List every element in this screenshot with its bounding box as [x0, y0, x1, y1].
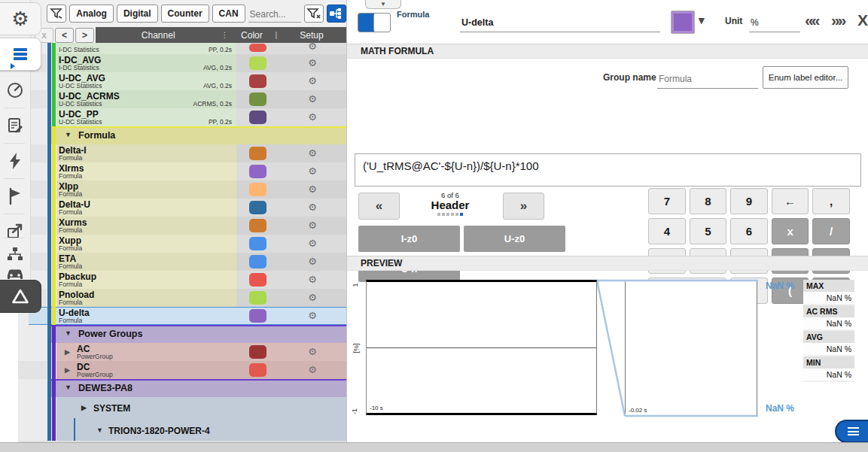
gear-icon[interactable]: ⚙	[279, 237, 346, 250]
channel-tree-toggle[interactable]	[327, 5, 346, 23]
key-9[interactable]: 9	[730, 188, 768, 214]
gear-icon[interactable]: ⚙	[279, 111, 346, 123]
table-row[interactable]: U-DC_AVGU-DC StatisticsAVG, 0.2s ⚙	[18, 72, 346, 90]
color-swatch[interactable]	[249, 363, 266, 377]
sidebar-item-measure[interactable]	[0, 75, 30, 105]
unit-input[interactable]	[749, 14, 800, 32]
table-row[interactable]: ETAFormula ⚙	[18, 253, 346, 271]
gear-icon[interactable]: ⚙	[279, 165, 346, 177]
color-swatch[interactable]	[249, 183, 266, 196]
key-multiply[interactable]: x	[772, 218, 809, 244]
gear-icon[interactable]: ⚙	[279, 219, 346, 232]
color-swatch[interactable]	[249, 345, 266, 359]
chevron-right-icon[interactable]: ▶	[81, 404, 87, 411]
tree-row-system[interactable]: ▶ SYSTEM	[18, 397, 346, 418]
tree-row-trion[interactable]: ▼ TRION3-1820-POWER-4	[18, 418, 346, 441]
table-row[interactable]: PbackupFormula ⚙	[18, 271, 346, 289]
table-row[interactable]: XIrmsFormula ⚙	[18, 162, 346, 180]
gear-icon[interactable]: ⚙	[279, 147, 346, 159]
chevron-down-icon[interactable]: ▼	[96, 426, 103, 434]
chevron-right-icon[interactable]: ▶	[65, 366, 70, 374]
color-swatch[interactable]	[249, 165, 266, 178]
channel-color-swatch[interactable]	[671, 11, 695, 34]
group-name-input[interactable]	[657, 70, 758, 89]
table-row[interactable]: Delta-IFormula ⚙	[18, 144, 346, 162]
color-swatch[interactable]	[249, 201, 266, 214]
tab-analog[interactable]: Analog	[69, 5, 114, 23]
table-row[interactable]: I-DC StatisticsPP, 0.2s ⚙	[18, 43, 346, 54]
color-swatch[interactable]	[249, 291, 266, 305]
pager-next-button[interactable]: »	[503, 193, 544, 220]
key-7[interactable]: 7	[648, 188, 686, 214]
close-panel-button[interactable]: X	[857, 9, 868, 32]
table-row[interactable]: I-DC_AVGI-DC StatisticsAVG, 0.2s ⚙	[18, 54, 346, 72]
color-swatch[interactable]	[249, 219, 266, 232]
color-swatch[interactable]	[249, 255, 266, 268]
gear-icon[interactable]: ⚙	[279, 273, 346, 286]
preview-plot-full[interactable]: -10 s	[366, 280, 597, 415]
key-comma[interactable]: ,	[812, 188, 850, 214]
gear-icon[interactable]: ⚙	[279, 183, 346, 196]
key-8[interactable]: 8	[690, 188, 727, 214]
color-swatch[interactable]	[249, 273, 266, 287]
tab-can[interactable]: CAN	[212, 5, 245, 23]
color-swatch[interactable]	[249, 111, 266, 124]
col-header-setup[interactable]: Setup	[277, 30, 346, 41]
group-header-formula[interactable]: ▼ Formula	[18, 126, 346, 144]
table-row[interactable]: Delta-UFormula ⚙	[18, 199, 346, 217]
table-row[interactable]: U-DC_ACRMSU-DC StatisticsACRMS, 0.2s ⚙	[18, 90, 346, 108]
sidebar-item-channel-list[interactable]	[0, 38, 41, 71]
filter-button[interactable]	[47, 5, 66, 23]
enum-label-editor-button[interactable]: Enum label editor...	[763, 66, 848, 89]
prev-column-button[interactable]: <	[55, 28, 74, 43]
group-header-power-groups[interactable]: ▼ Power Groups	[18, 325, 346, 343]
color-swatch[interactable]	[249, 309, 266, 323]
table-row[interactable]: XurmsFormula ⚙	[18, 217, 346, 235]
color-dropdown-chevron-icon[interactable]: ▾	[699, 14, 705, 27]
gear-icon[interactable]: ⚙	[279, 74, 346, 87]
col-header-color[interactable]: Color	[228, 30, 275, 41]
gear-icon[interactable]: ⚙	[279, 309, 346, 322]
table-row[interactable]: XIppFormula ⚙	[18, 180, 346, 199]
formula-expression-input[interactable]: ('U_tRMS@AC'-${U-n})/${U-n}*100	[355, 153, 861, 187]
color-swatch[interactable]	[249, 56, 266, 70]
color-swatch[interactable]	[249, 93, 266, 106]
gear-icon[interactable]: ⚙	[279, 93, 346, 105]
group-header-dewe3-pa8[interactable]: ▼ DEWE3-PA8	[18, 379, 346, 397]
next-channel-button[interactable]: »»	[831, 9, 844, 32]
channel-key-i-z0[interactable]: I-z0	[358, 226, 460, 252]
sidebar-item-dewetron-home[interactable]	[0, 280, 41, 313]
keyboard-toggle-button[interactable]	[835, 420, 868, 443]
gear-icon[interactable]: ⚙	[279, 255, 346, 268]
chevron-down-icon[interactable]: ▼	[65, 384, 72, 391]
chevron-right-icon[interactable]: ▶	[65, 348, 70, 356]
sidebar-item-report[interactable]	[0, 111, 30, 141]
key-5[interactable]: 5	[690, 218, 727, 244]
prev-channel-button[interactable]: ««	[805, 9, 818, 32]
channel-key-u-z0[interactable]: U-z0	[464, 226, 565, 252]
color-swatch[interactable]	[249, 237, 266, 250]
next-column-button[interactable]: >	[75, 28, 94, 43]
clear-filter-button[interactable]	[304, 5, 324, 23]
table-row-selected[interactable]: U-deltaFormula ⚙	[18, 307, 346, 325]
chevron-down-icon[interactable]: ▼	[65, 329, 72, 337]
table-row[interactable]: PnoloadFormula ⚙	[18, 289, 346, 307]
sidebar-item-power[interactable]	[0, 146, 30, 176]
gear-icon[interactable]: ⚙	[279, 363, 346, 376]
key-backspace[interactable]: ←	[772, 188, 809, 214]
search-input[interactable]	[248, 5, 304, 23]
gear-icon[interactable]: ⚙	[279, 56, 346, 69]
col-header-channel[interactable]: Channel	[96, 30, 221, 41]
tab-digital[interactable]: Digital	[117, 5, 158, 23]
gear-icon[interactable]: ⚙	[279, 40, 346, 53]
gear-icon[interactable]: ⚙	[279, 201, 346, 214]
table-row[interactable]: ▶ACPowerGroup ⚙	[18, 343, 346, 361]
key-divide[interactable]: /	[812, 218, 850, 244]
color-swatch[interactable]	[249, 44, 266, 52]
gear-icon[interactable]: ⚙	[279, 345, 346, 358]
color-swatch[interactable]	[249, 147, 266, 160]
table-row[interactable]: ▶DCPowerGroup ⚙	[18, 361, 346, 379]
sidebar-item-events[interactable]	[0, 181, 30, 211]
gear-icon[interactable]: ⚙	[279, 291, 346, 304]
key-6[interactable]: 6	[730, 218, 768, 244]
